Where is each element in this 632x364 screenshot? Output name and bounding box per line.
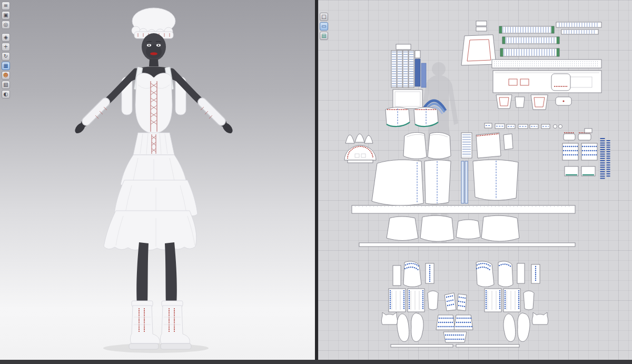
view-layout-icon[interactable]: ▣ [2,11,10,19]
pattern-piece[interactable] [391,345,519,347]
window-bottom-edge [0,360,632,364]
leg-right [165,242,177,306]
toolbar-3d: ≡ ▣ ◎ ◈ + ↻ ▦ ☻ ▧ ◐ [2,2,10,99]
edit-pattern-icon[interactable]: ▭ [320,22,328,31]
pattern-piece[interactable] [485,123,562,129]
pattern-piece[interactable] [492,60,601,68]
lips [150,52,157,55]
pattern-piece[interactable] [345,134,373,143]
menu-icon[interactable]: ≡ [2,2,10,10]
pattern-piece[interactable] [393,90,422,109]
pattern-piece[interactable] [485,289,534,312]
show-avatar-icon[interactable]: ☻ [2,71,10,80]
pattern-piece[interactable] [551,74,571,105]
face-shading [146,45,162,58]
pattern-piece[interactable] [461,161,468,203]
pattern-piece[interactable] [391,44,426,87]
pattern-piece[interactable] [424,160,451,204]
pattern-piece[interactable] [389,289,438,312]
pattern-piece[interactable] [352,205,575,213]
snapshot-icon[interactable]: ◎ [2,21,10,29]
pattern-piece[interactable] [493,71,601,93]
pattern-piece[interactable] [359,243,575,247]
pupil-left [149,45,150,46]
pattern-piece[interactable] [499,22,601,56]
pattern-piece[interactable] [436,315,473,342]
pattern-piece[interactable] [476,21,487,31]
neck [149,59,159,66]
application-window: ≡ ▣ ◎ ◈ + ↻ ▦ ☻ ▧ ◐ [0,0,632,364]
rotate-view-icon[interactable]: ↻ [2,52,10,61]
pattern-piece[interactable] [476,261,540,287]
toolbar-2d: □ ▭ ▤ [320,13,328,40]
select-icon[interactable]: □ [320,13,328,21]
pin-icon[interactable]: ▧ [2,81,10,89]
pattern-piece[interactable] [397,313,423,341]
scene-3d [0,0,315,364]
skirt-tier-3 [104,211,196,250]
pan-icon[interactable]: + [2,43,10,51]
viewport-3d[interactable]: ≡ ▣ ◎ ◈ + ↻ ▦ ☻ ▧ ◐ [0,0,315,364]
pattern-piece[interactable] [344,145,376,163]
show-garment-icon[interactable]: ▦ [2,62,10,70]
pattern-canvas[interactable] [318,0,632,364]
pupil-right [158,45,159,46]
avatar[interactable] [73,8,234,353]
leg-left [136,242,149,306]
boot-left-sole [129,343,159,349]
viewport-2d[interactable]: □ ▭ ▤ [318,0,632,364]
pattern-piece[interactable] [393,261,434,287]
zoom-icon[interactable]: ◈ [2,33,10,42]
pattern-piece[interactable] [473,160,518,200]
pattern-piece[interactable] [372,160,423,205]
boot-right-sole [161,343,191,349]
pattern-piece[interactable] [461,133,472,158]
pattern-piece[interactable] [386,107,438,127]
pattern-piece[interactable] [387,215,519,241]
show-stitches-icon[interactable]: ▤ [320,32,328,40]
pattern-piece[interactable] [445,293,467,311]
pattern-piece[interactable] [403,132,451,159]
pattern-piece[interactable] [461,35,496,65]
pattern-piece[interactable] [562,129,608,179]
bodice [135,73,172,134]
pattern-piece[interactable] [503,313,530,341]
pattern-piece[interactable] [496,95,548,110]
pattern-piece[interactable] [476,133,513,158]
render-icon[interactable]: ◐ [2,90,10,99]
